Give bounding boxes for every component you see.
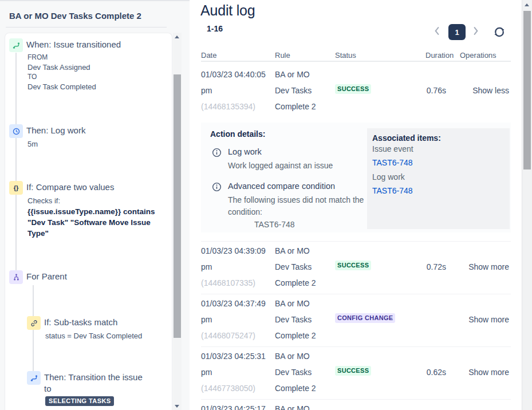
row-rule-name: Complete 2 (275, 102, 316, 111)
row-rule-name: BA or MO (275, 352, 310, 361)
subtasks-condition: status = Dev Task Completed (45, 331, 142, 341)
row-duration: 0.62s (417, 368, 446, 377)
row-date-meridiem: pm (201, 86, 212, 95)
scroll-down-icon[interactable] (175, 405, 179, 408)
row-rule-name: Dev Tasks (275, 368, 312, 377)
rule-node-then-transition[interactable]: Then: Transition the issue to (44, 372, 150, 395)
associated-item-label: Issue event (372, 144, 503, 153)
row-execution-id: (14468135394) (201, 102, 255, 111)
action-details-heading: Action details: (210, 129, 265, 139)
row-rule-name: BA or MO (275, 299, 310, 308)
scroll-up-icon[interactable] (525, 3, 529, 6)
issue-link[interactable]: TAST6-748 (372, 158, 503, 167)
detail-item-desc: Work logged against an issue (228, 160, 374, 172)
results-range: 1-16 (207, 24, 223, 33)
sidebar-scrollbar-thumb[interactable] (174, 74, 181, 338)
transition-icon (9, 38, 23, 52)
transition-icon (27, 371, 41, 385)
row-duration: 0.76s (417, 86, 446, 95)
branch-icon (9, 270, 23, 284)
rule-node-then-log[interactable]: Then: Log work (26, 125, 85, 136)
show-more-link[interactable]: Show more (452, 368, 509, 377)
row-rule-name: Dev Tasks (275, 86, 312, 95)
detail-item-title: Log work (228, 147, 262, 156)
link-icon (27, 316, 41, 330)
info-icon (211, 147, 222, 158)
current-page-button[interactable]: 1 (448, 24, 466, 40)
from-label: FROM (27, 53, 48, 62)
refresh-button[interactable] (493, 26, 506, 38)
row-date: 01/03/23 04:40:05 (201, 70, 266, 79)
scroll-up-icon[interactable] (175, 36, 179, 38)
rule-node-if-compare[interactable]: If: Compare two values (26, 182, 114, 193)
row-execution-id: (14468107335) (201, 278, 255, 287)
rule-chain-panel: When: Issue transitioned FROM Dev Task A… (5, 33, 172, 410)
page-title: Audit log (200, 2, 255, 19)
audit-row: 01/03/23 04:25:31 pm (14467738050) BA or… (190, 349, 522, 402)
rule-sidebar: BA or MO Dev Tasks Complete 2 When: Issu… (0, 0, 190, 410)
braces-icon: {} (9, 181, 23, 195)
page-scrollbar[interactable] (522, 0, 532, 410)
row-rule-name: BA or MO (275, 246, 310, 255)
divider (201, 294, 511, 294)
show-less-link[interactable]: Show less (452, 86, 509, 95)
col-header-rule: Rule (275, 51, 290, 60)
divider (6, 27, 167, 27)
rule-node-if-subtasks[interactable]: If: Sub-tasks match (44, 317, 117, 328)
audit-row: 01/03/23 04:40:05 pm (14468135394) BA or… (190, 68, 522, 120)
col-header-duration: Duration (425, 51, 454, 60)
status-badge: CONFIG CHANGE (335, 313, 395, 323)
row-rule-name: Complete 2 (275, 278, 316, 287)
audit-row: 01/03/23 04:37:49 pm (14468075247) BA or… (190, 297, 522, 349)
show-more-link[interactable]: Show more (452, 262, 509, 271)
row-date: 01/03/23 04:39:09 (201, 246, 266, 255)
show-more-link[interactable]: Show more (452, 315, 509, 324)
compare-condition: {{issue.issueType.name}} contains "Dev T… (27, 206, 170, 239)
row-rule-name: BA or MO (275, 70, 310, 79)
divider (201, 346, 511, 347)
divider (201, 241, 511, 242)
status-badge: SUCCESS (335, 261, 371, 270)
automation-audit-screen: BA or MO Dev Tasks Complete 2 When: Issu… (0, 0, 532, 410)
rule-node-when[interactable]: When: Issue transitioned (26, 39, 121, 50)
row-date-meridiem: pm (201, 262, 212, 271)
row-date-meridiem: pm (201, 368, 212, 377)
clock-icon (9, 124, 23, 138)
row-execution-id: (14467738050) (201, 384, 255, 393)
page-scrollbar-thumb[interactable] (523, 11, 531, 169)
rule-node-for-parent[interactable]: For Parent (26, 271, 67, 282)
audit-row: 01/03/23 04:25:17 BA or MO (190, 402, 522, 410)
rule-name: BA or MO Dev Tasks Complete 2 (9, 11, 141, 21)
row-rule-name: BA or MO (275, 404, 310, 410)
to-value: Dev Task Completed (27, 82, 96, 92)
row-execution-id: (14468075247) (201, 331, 255, 340)
sidebar-scrollbar[interactable] (173, 33, 182, 410)
divider (201, 61, 511, 62)
status-badge: SUCCESS (335, 84, 371, 94)
unmatched-issue-key: TAST6-748 (254, 220, 295, 229)
prev-page-button[interactable] (434, 27, 442, 36)
detail-item-desc: The following issues did not match the c… (228, 194, 374, 218)
row-rule-name: Complete 2 (275, 331, 316, 340)
col-header-status: Status (335, 51, 356, 60)
issue-link[interactable]: TAST6-748 (372, 186, 503, 195)
transition-status-badge: SELECTING TASKS (45, 396, 114, 406)
col-header-date: Date (201, 51, 216, 60)
row-rule-name: Dev Tasks (275, 315, 312, 324)
associated-item-label: Log work (372, 172, 503, 182)
row-rule-name: Dev Tasks (275, 262, 312, 271)
col-header-operations: Operations (460, 51, 496, 60)
row-date: 01/03/23 04:25:31 (201, 352, 266, 361)
row-duration: 0.72s (417, 262, 446, 271)
associated-items-box: Associated items: Issue event TAST6-748 … (367, 128, 510, 229)
to-label: TO (27, 72, 37, 82)
checks-if-label: Checks if: (27, 196, 60, 206)
row-date-meridiem: pm (201, 315, 212, 324)
next-page-button[interactable] (473, 27, 481, 36)
row-date: 01/03/23 04:25:17 (201, 404, 266, 410)
row-rule-name: Complete 2 (275, 384, 316, 393)
from-value: Dev Task Assigned (27, 62, 90, 72)
detail-item-title: Advanced compare condition (228, 182, 335, 191)
log-work-value: 5m (27, 139, 38, 149)
audit-row: 01/03/23 04:39:09 pm (14468107335) BA or… (190, 244, 522, 297)
